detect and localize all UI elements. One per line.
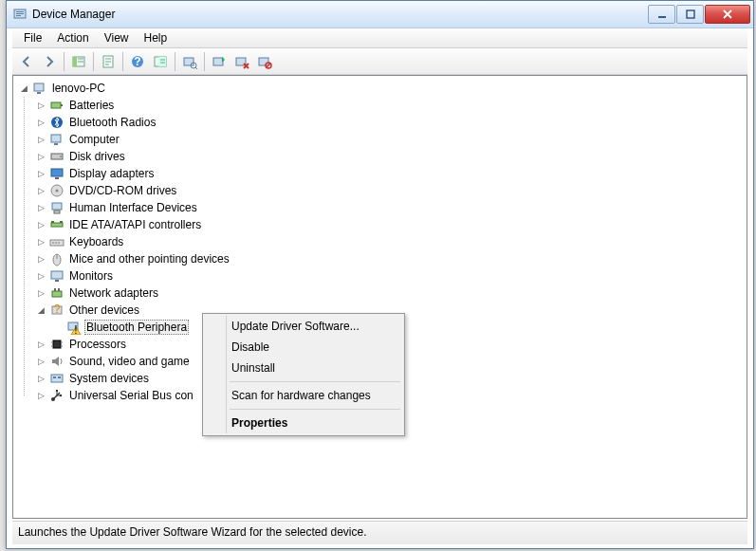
tree-item-label: IDE ATA/ATAPI controllers [67,217,203,232]
expand-icon[interactable]: ▷ [34,269,48,284]
context-properties[interactable]: Properties [205,413,402,433]
tree-item[interactable]: ▷DVD/CD-ROM drives [34,182,747,199]
titlebar[interactable]: Device Manager [7,1,753,28]
show-hide-tree-button[interactable] [68,51,89,72]
computer-icon [32,81,47,96]
mouse-icon [49,251,65,266]
menu-view[interactable]: View [97,29,137,46]
monitor-icon [49,268,65,284]
properties-button[interactable] [98,51,119,72]
help-button[interactable]: ? [127,51,148,72]
tree-item[interactable]: ▷Batteries [34,97,747,114]
svg-rect-56 [58,288,60,291]
expand-icon[interactable]: ▷ [34,99,48,113]
toolbar-separator [64,52,65,71]
svg-rect-25 [259,58,268,65]
expand-icon[interactable]: ▷ [34,201,48,215]
tree-item-label: Other devices [67,303,141,318]
tree-item[interactable]: ▷Mice and other pointing devices [34,250,747,267]
svg-rect-53 [55,280,59,282]
tree-item[interactable]: ▷Keyboards [34,233,747,250]
expand-icon[interactable]: ▷ [34,338,48,352]
svg-rect-31 [61,104,63,106]
svg-point-40 [56,190,59,193]
processor-icon [49,337,65,352]
expand-icon[interactable]: ▷ [34,133,48,147]
context-update-driver[interactable]: Update Driver Software... [205,316,402,337]
tree-item-label: Monitors [67,268,115,284]
expand-icon[interactable]: ▷ [34,218,48,232]
menu-help[interactable]: Help [137,29,175,46]
expand-icon[interactable]: ▷ [34,355,48,369]
svg-rect-34 [54,143,58,145]
expand-icon[interactable]: ▷ [34,184,48,198]
svg-rect-52 [51,271,63,279]
menu-action[interactable]: Action [49,29,96,46]
svg-rect-37 [51,169,63,176]
tree-item-label: Bluetooth Radios [67,115,157,130]
tree-item-label: Processors [67,337,128,352]
system-icon [49,371,65,386]
sound-icon [49,354,65,369]
tree-item[interactable]: ▷Human Interface Devices [34,199,747,216]
tree-item[interactable]: ▷Monitors [34,267,747,285]
close-button[interactable] [705,5,750,24]
expand-icon[interactable]: ▷ [34,372,48,386]
window-title: Device Manager [32,8,648,21]
collapse-icon[interactable]: ◢ [17,82,31,96]
svg-rect-30 [51,102,61,108]
expand-icon[interactable]: ▷ [34,167,48,181]
expand-icon[interactable]: ▷ [34,286,48,301]
context-uninstall[interactable]: Uninstall [205,358,402,378]
action-button[interactable] [150,51,171,72]
svg-rect-23 [213,58,223,65]
expand-icon[interactable]: ▷ [34,235,48,249]
status-text: Launches the Update Driver Software Wiza… [18,525,367,539]
menubar: File Action View Help [12,28,747,48]
scan-hardware-button[interactable] [179,51,200,72]
svg-rect-43 [51,223,63,227]
svg-rect-44 [51,221,54,223]
expand-icon[interactable]: ▷ [34,150,48,164]
svg-rect-45 [60,221,63,223]
disk-icon [49,149,65,164]
update-driver-button[interactable] [209,51,230,72]
expand-icon[interactable]: ▷ [34,252,48,266]
forward-button[interactable] [39,51,60,72]
svg-rect-20 [184,58,194,65]
toolbar-separator [204,52,205,71]
back-button[interactable] [16,51,37,72]
svg-rect-28 [34,83,44,91]
svg-point-70 [60,395,62,396]
collapse-icon[interactable]: ◢ [34,303,48,318]
tree-item[interactable]: ▷Display adapters [34,165,747,182]
tree-item[interactable]: ▷Bluetooth Radios [34,114,747,131]
svg-rect-67 [53,377,56,378]
tree-item-label: Human Interface Devices [67,200,199,215]
uninstall-button[interactable] [231,51,252,72]
app-icon [12,7,28,22]
tree-item-label: Display adapters [67,166,156,181]
tree-item[interactable]: ▷Computer [34,131,747,148]
minimize-button[interactable] [648,5,675,24]
expand-icon[interactable]: ▷ [34,116,48,130]
tree-item[interactable]: ▷IDE ATA/ATAPI controllers [34,216,747,233]
svg-rect-1 [16,11,24,12]
ide-icon [49,217,65,232]
tree-item[interactable]: ▷Network adapters [34,285,747,302]
svg-rect-47 [52,242,54,244]
toolbar-separator [122,52,123,71]
tree-item[interactable]: ▷Disk drives [34,148,747,165]
svg-rect-17 [158,57,166,66]
tree-item-label: Mice and other pointing devices [67,251,231,266]
device-warning-icon: ! [66,320,82,335]
disable-button[interactable] [254,51,275,72]
svg-rect-3 [16,15,21,16]
maximize-button[interactable] [676,5,704,24]
other-icon: ? [49,303,65,318]
svg-rect-49 [58,242,60,244]
menu-file[interactable]: File [16,29,49,46]
expand-icon[interactable]: ▷ [34,389,48,403]
context-scan-hardware[interactable]: Scan for hardware changes [205,385,402,406]
context-disable[interactable]: Disable [205,337,402,358]
